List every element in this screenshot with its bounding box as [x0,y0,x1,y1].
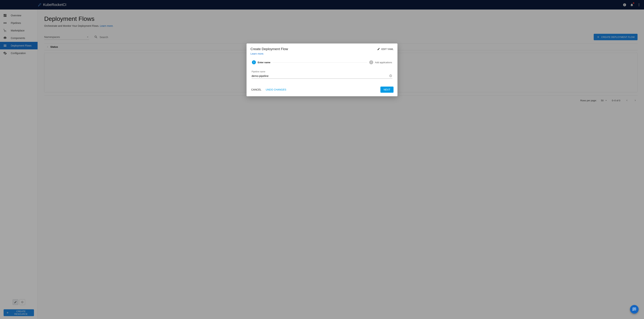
cancel-button[interactable]: CANCEL [250,87,262,92]
edit-yaml-button[interactable]: EDIT YAML [377,48,394,50]
stepper: 1 Enter name 2 Add applications [252,60,392,64]
pencil-icon [377,48,380,50]
dialog-title: Create Deployment Flow [250,47,288,51]
chat-icon [632,307,636,312]
create-deployment-flow-dialog: Create Deployment Flow EDIT YAML Learn m… [246,43,398,96]
next-button[interactable]: NEXT [380,87,394,93]
step-badge-1: 1 [252,60,256,64]
step-label-2: Add applications [375,61,392,64]
chat-fab[interactable] [630,305,638,314]
step-add-applications[interactable]: 2 Add applications [369,60,392,64]
info-icon[interactable] [389,74,392,77]
step-badge-2: 2 [369,60,373,64]
step-label-1: Enter name [258,61,270,64]
pipeline-name-input[interactable] [252,73,392,79]
step-enter-name: 1 Enter name [252,60,270,64]
undo-changes-button[interactable]: UNDO CHANGES [265,87,287,92]
pipeline-name-label: Pipeline name [252,70,392,73]
dialog-learn-more-link[interactable]: Learn more. [250,52,264,55]
